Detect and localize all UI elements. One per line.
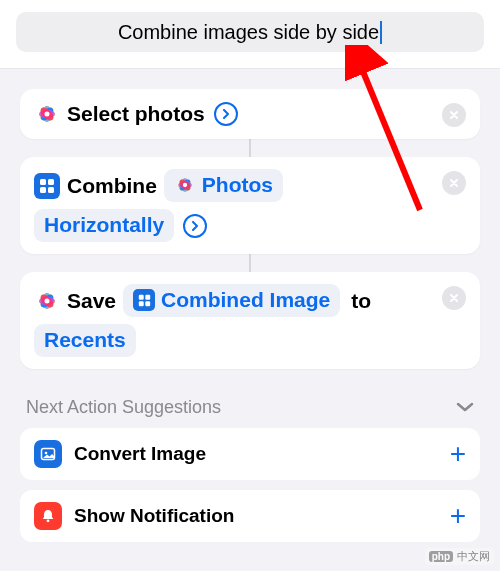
svg-point-8 xyxy=(44,111,49,116)
connector-line xyxy=(249,139,251,157)
to-label: to xyxy=(351,289,371,313)
svg-point-21 xyxy=(183,183,187,187)
svg-rect-34 xyxy=(145,301,150,306)
remove-action-button[interactable] xyxy=(442,286,466,310)
shortcut-title-field[interactable]: Combine images side by side xyxy=(16,12,484,52)
action-select-photos[interactable]: Select photos xyxy=(20,89,480,139)
suggestions-header[interactable]: Next Action Suggestions xyxy=(20,369,480,428)
combine-icon xyxy=(34,173,60,199)
combine-icon xyxy=(133,289,155,311)
action-label: Select photos xyxy=(67,102,205,126)
bell-icon xyxy=(34,502,62,530)
shortcut-title-text: Combine images side by side xyxy=(118,21,382,44)
expand-icon[interactable] xyxy=(183,214,207,238)
remove-action-button[interactable] xyxy=(442,103,466,127)
suggestion-label: Show Notification xyxy=(74,505,438,527)
expand-icon[interactable] xyxy=(214,102,238,126)
svg-point-37 xyxy=(47,519,50,522)
action-save[interactable]: Save Combined Image to Recents xyxy=(20,272,480,369)
actions-container: Select photos Combine xyxy=(0,69,500,542)
watermark: php 中文网 xyxy=(425,548,494,565)
photos-app-icon xyxy=(174,174,196,196)
param-recents[interactable]: Recents xyxy=(34,324,136,357)
svg-rect-31 xyxy=(138,294,143,299)
chevron-down-icon xyxy=(456,397,474,418)
connector-line xyxy=(249,254,251,272)
image-icon xyxy=(34,440,62,468)
svg-rect-10 xyxy=(48,179,54,185)
suggestions-title: Next Action Suggestions xyxy=(26,397,221,418)
param-label: Recents xyxy=(44,328,126,352)
photos-app-icon xyxy=(34,101,60,127)
suggestion-convert-image[interactable]: Convert Image + xyxy=(20,428,480,480)
svg-rect-11 xyxy=(40,187,46,193)
title-area: Combine images side by side xyxy=(0,0,500,69)
action-label: Save xyxy=(67,289,116,313)
param-label: Combined Image xyxy=(161,288,330,312)
watermark-text: 中文网 xyxy=(457,549,490,564)
svg-rect-32 xyxy=(145,294,150,299)
remove-action-button[interactable] xyxy=(442,171,466,195)
svg-rect-9 xyxy=(40,179,46,185)
svg-point-30 xyxy=(44,298,49,303)
add-suggestion-button[interactable]: + xyxy=(450,502,466,530)
photos-app-icon xyxy=(34,288,60,314)
param-combined-image[interactable]: Combined Image xyxy=(123,284,340,317)
watermark-logo: php xyxy=(429,551,453,562)
action-label: Combine xyxy=(67,174,157,198)
action-combine-images[interactable]: Combine Photos xyxy=(20,157,480,254)
param-horizontally[interactable]: Horizontally xyxy=(34,209,174,242)
param-label: Photos xyxy=(202,173,273,197)
svg-point-36 xyxy=(45,452,48,455)
add-suggestion-button[interactable]: + xyxy=(450,440,466,468)
param-label: Horizontally xyxy=(44,213,164,237)
svg-rect-33 xyxy=(138,301,143,306)
suggestion-label: Convert Image xyxy=(74,443,438,465)
suggestion-show-notification[interactable]: Show Notification + xyxy=(20,490,480,542)
param-photos[interactable]: Photos xyxy=(164,169,283,202)
svg-rect-12 xyxy=(48,187,54,193)
